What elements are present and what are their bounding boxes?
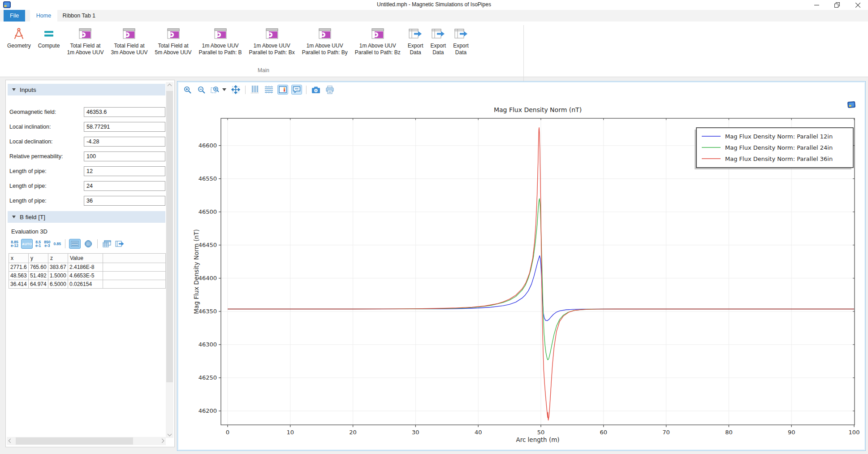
unit-preset-8.85e-12[interactable]: 8.85 e-12 xyxy=(10,240,19,248)
column-header-z[interactable]: z xyxy=(48,254,68,263)
plot-tooltip-toggle[interactable] xyxy=(291,85,302,95)
chevron-left-icon xyxy=(9,439,13,443)
ribbon-tab-home[interactable]: Home xyxy=(30,10,57,22)
column-header-x[interactable]: x xyxy=(9,254,29,263)
field-row: Length of pipe: xyxy=(9,181,165,191)
minimize-button[interactable] xyxy=(806,0,827,10)
ribbon-button-label: 1m Above UUV Parallel to Path: Bx xyxy=(249,43,295,56)
vertical-scroll-thumb[interactable] xyxy=(166,91,173,382)
close-button[interactable] xyxy=(847,0,868,10)
column-header-empty[interactable] xyxy=(103,254,166,263)
section-header-bfield[interactable]: B field [T] xyxy=(8,211,165,223)
ribbon-button-label: Total Field at 3m Above UUV xyxy=(111,43,147,56)
table-cell: 4.6653E-5 xyxy=(68,272,103,280)
chevron-down-icon xyxy=(168,432,172,437)
restore-button[interactable] xyxy=(827,0,847,10)
section-header-inputs[interactable]: Inputs xyxy=(8,84,165,95)
legend-label: Mag Flux Density Norm: Parallel 24in xyxy=(725,144,833,151)
table-row[interactable]: 48.56351.4921.50004.6653E-5 xyxy=(9,272,166,280)
auto-format-button[interactable]: AUTO xyxy=(21,239,33,249)
x-tick-label: 40 xyxy=(475,429,482,436)
unit-preset-0.85[interactable]: 0.85 xyxy=(53,242,62,246)
field-input-length-of-pipe-4[interactable] xyxy=(84,166,165,176)
table-cell xyxy=(103,263,166,272)
ribbon-button-label: Geometry xyxy=(7,43,31,49)
zoom-extents-button[interactable] xyxy=(230,85,241,95)
scroll-up-button[interactable] xyxy=(166,82,173,90)
unit-preset-850e-3[interactable]: 850 e-3 xyxy=(43,240,51,248)
table-view-toggle[interactable] xyxy=(69,239,81,249)
ribbon-button-export-data[interactable]: Export Data xyxy=(427,24,449,56)
full-precision-button[interactable] xyxy=(83,239,94,249)
ribbon-tab-file[interactable]: File xyxy=(4,10,25,22)
horizontal-scrollbar[interactable] xyxy=(7,437,166,445)
horizontal-scroll-thumb[interactable] xyxy=(16,437,133,445)
y-tick-label: 46250 xyxy=(199,374,217,381)
ribbon-button-geometry[interactable]: Geometry xyxy=(4,24,35,50)
vertical-scrollbar[interactable] xyxy=(166,82,173,438)
print-button[interactable] xyxy=(324,85,335,95)
table-cell: 765.60 xyxy=(29,263,48,272)
export-table-button[interactable] xyxy=(114,239,125,249)
table-cell: 36.414 xyxy=(9,280,29,289)
ribbon-button-1m-above-uuv-parallel-to-path-bz[interactable]: 1m Above UUV Parallel to Path: Bz xyxy=(351,24,404,56)
zoom-in-button[interactable] xyxy=(182,85,193,95)
field-input-local-declination-2[interactable] xyxy=(84,137,165,147)
scroll-left-button[interactable] xyxy=(7,437,14,445)
ribbon-button-total-field-at-3m-above-uuv[interactable]: Total Field at 3m Above UUV xyxy=(107,24,151,56)
ribbon-button-label: Export Data xyxy=(430,43,446,56)
x-tick-label: 90 xyxy=(788,429,795,436)
image-snapshot-button[interactable] xyxy=(311,85,321,95)
manual-axis-limits-button[interactable] xyxy=(250,85,260,95)
table-cell: 1.5000 xyxy=(48,272,68,280)
toolbar-separator xyxy=(245,86,246,94)
grid-icon xyxy=(264,85,273,94)
collapse-triangle-icon xyxy=(12,88,16,91)
ribbon-button-total-field-at-5m-above-uuv[interactable]: Total Field at 5m Above UUV xyxy=(151,24,195,56)
table-row[interactable]: 36.41464.9746.50000.026154 xyxy=(9,280,166,289)
field-input-length-of-pipe-6[interactable] xyxy=(84,196,165,206)
table-row[interactable]: 2771.6765.60383.672.4186E-8 xyxy=(9,263,166,272)
zoom-box-button[interactable] xyxy=(210,85,220,95)
copy-table-button[interactable] xyxy=(101,239,112,249)
ribbon-button-export-data[interactable]: Export Data xyxy=(404,24,427,56)
print-icon xyxy=(325,86,334,94)
ribbon-tab-ribbon-tab-1[interactable]: Ribbon Tab 1 xyxy=(56,10,102,22)
legend-label: Mag Flux Density Norm: Parallel 36in xyxy=(725,156,833,162)
zoom-out-button[interactable] xyxy=(196,85,207,95)
color-legend-toggle[interactable] xyxy=(277,85,288,95)
ribbon-button-export-data[interactable]: Export Data xyxy=(449,24,472,56)
ribbon-button-label: Total Field at 5m Above UUV xyxy=(155,43,191,56)
evaluation-label: Evaluation 3D xyxy=(11,228,48,235)
ribbon-button-total-field-at-1m-above-uuv[interactable]: Total Field at 1m Above UUV xyxy=(63,24,107,56)
ribbon-button-1m-above-uuv-parallel-to-path-by[interactable]: 1m Above UUV Parallel to Path: By xyxy=(298,24,351,56)
field-input-relative-permeability-3[interactable] xyxy=(84,151,165,161)
scroll-down-button[interactable] xyxy=(166,430,173,438)
table-cell: 0.026154 xyxy=(68,280,103,289)
column-header-value[interactable]: Value xyxy=(68,254,103,263)
ribbon-button-1m-above-uuv-parallel-to-path-bx[interactable]: 1m Above UUV Parallel to Path: Bx xyxy=(246,24,298,56)
ribbon-button-1m-above-uuv-parallel-to-path-b[interactable]: 1m Above UUV Parallel to Path: B xyxy=(195,24,246,56)
section-title: Inputs xyxy=(20,86,36,93)
field-label-geomagnetic-field: Geomagnetic field: xyxy=(9,109,56,115)
ribbon-button-label: 1m Above UUV Parallel to Path: Bz xyxy=(355,43,401,56)
zoom-in-icon xyxy=(183,86,192,94)
snapshot-icon xyxy=(311,86,320,94)
ribbon-button-compute[interactable]: Compute xyxy=(35,24,64,50)
plot-window-icon xyxy=(371,27,384,40)
field-input-local-inclination-1[interactable] xyxy=(84,122,165,132)
zoom-options-caret[interactable] xyxy=(221,85,227,95)
unit-preset-8.5e-1[interactable]: 8.5 e-1 xyxy=(35,240,41,248)
field-input-length-of-pipe-5[interactable] xyxy=(84,181,165,191)
column-header-y[interactable]: y xyxy=(29,254,48,263)
y-tick-label: 46300 xyxy=(199,341,217,348)
table-cell: 48.563 xyxy=(9,272,29,280)
table-cell: 6.5000 xyxy=(48,280,68,289)
y-tick-label: 46350 xyxy=(199,308,217,315)
scroll-right-button[interactable] xyxy=(158,437,166,445)
compute-icon xyxy=(43,27,55,40)
plot-area[interactable]: 0102030405060708090100462004625046300463… xyxy=(177,82,865,450)
field-input-geomagnetic-field-0[interactable] xyxy=(84,107,165,117)
chart-title: Mag Flux Density Norm (nT) xyxy=(494,106,582,113)
grid-toggle-button[interactable] xyxy=(263,85,274,95)
